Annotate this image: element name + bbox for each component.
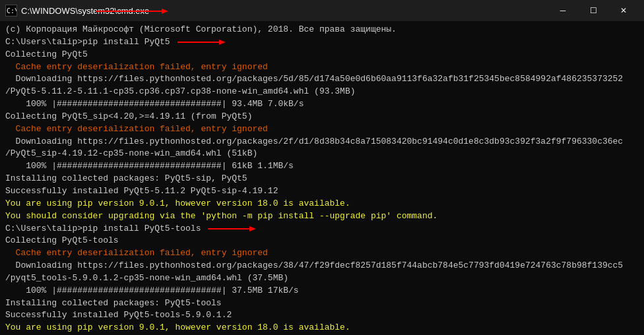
- terminal-line: Downloading https://files.pythonhosted.o…: [5, 136, 639, 148]
- terminal-line: Cache entry deserialization failed, entr…: [5, 247, 639, 260]
- terminal-line: Cache entry deserialization failed, entr…: [5, 61, 639, 74]
- terminal-line: Collecting PyQt5: [5, 49, 639, 61]
- terminal-line: Successfully installed PyQt5-tools-5.9.0…: [5, 309, 639, 322]
- terminal-line: 100% |################################| …: [5, 285, 639, 297]
- command-arrow: [174, 38, 227, 47]
- line-text: Collecting PyQt5-tools: [5, 235, 119, 247]
- terminal-body[interactable]: (c) Корпорация Майкрософт (Microsoft Cor…: [0, 21, 644, 335]
- terminal-line: Downloading https://files.pythonhosted.o…: [5, 260, 639, 272]
- command-arrow: [205, 224, 257, 233]
- line-text: Cache entry deserialization failed, entr…: [5, 61, 268, 74]
- title-bar: C:\ C:\WINDOWS\system32\cmd.exe ─ ☐ ✕: [0, 0, 644, 21]
- terminal-line: Collecting PyQt5-tools: [5, 235, 639, 247]
- line-text: Cache entry deserialization failed, entr…: [5, 247, 268, 260]
- line-text: Successfully installed PyQt5-5.11.2 PyQt…: [5, 185, 278, 198]
- line-text: /PyQt5-5.11.2-5.11.1-cp35.cp36.cp37.cp38…: [5, 86, 356, 98]
- terminal-line: C:\Users\talip>pip install PyQt5: [5, 36, 639, 49]
- cmd-icon: C:\: [5, 5, 17, 16]
- window-controls: ─ ☐ ✕: [548, 0, 639, 21]
- terminal-line: /PyQt5_sip-4.19.12-cp35-none-win_amd64.w…: [5, 148, 639, 160]
- terminal-line: You are using pip version 9.0.1, however…: [5, 198, 639, 210]
- line-text: C:\Users\talip>pip install PyQt5: [5, 36, 170, 49]
- line-text: 100% |################################| …: [5, 285, 299, 297]
- terminal-line: Successfully installed PyQt5-5.11.2 PyQt…: [5, 185, 639, 198]
- line-text: Collecting PyQt5_sip<4.20,>=4.19.11 (fro…: [5, 111, 252, 123]
- cmd-window: C:\ C:\WINDOWS\system32\cmd.exe ─ ☐ ✕ (c…: [0, 0, 644, 335]
- terminal-line: 100% |################################| …: [5, 98, 639, 111]
- terminal-line: C:\Users\talip>pip install PyQt5-tools: [5, 223, 639, 235]
- terminal-line: You are using pip version 9.0.1, however…: [5, 322, 639, 334]
- terminal-line: Cache entry deserialization failed, entr…: [5, 123, 639, 136]
- terminal-line: 100% |################################| …: [5, 160, 639, 173]
- line-text: Downloading https://files.pythonhosted.o…: [5, 73, 623, 86]
- terminal-line: /pyqt5_tools-5.9.0.1.2-cp35-none-win_amd…: [5, 272, 639, 285]
- line-text: /PyQt5_sip-4.19.12-cp35-none-win_amd64.w…: [5, 148, 257, 160]
- line-text: Downloading https://files.pythonhosted.o…: [5, 260, 623, 272]
- maximize-button[interactable]: ☐: [578, 0, 608, 21]
- line-text: Collecting PyQt5: [5, 49, 88, 61]
- terminal-line: Installing collected packages: PyQt5-too…: [5, 297, 639, 310]
- line-text: Cache entry deserialization failed, entr…: [5, 123, 268, 136]
- line-text: You are using pip version 9.0.1, however…: [5, 198, 350, 210]
- line-text: You are using pip version 9.0.1, however…: [5, 322, 350, 334]
- line-text: (c) Корпорация Майкрософт (Microsoft Cor…: [5, 24, 397, 36]
- svg-marker-3: [162, 9, 168, 14]
- svg-marker-5: [219, 40, 226, 45]
- title-arrow: [92, 5, 172, 17]
- terminal-line: Collecting PyQt5_sip<4.20,>=4.19.11 (fro…: [5, 111, 639, 123]
- line-text: Successfully installed PyQt5-tools-5.9.0…: [5, 309, 232, 322]
- terminal-line: (c) Корпорация Майкрософт (Microsoft Cor…: [5, 24, 639, 36]
- line-text: C:\Users\talip>pip install PyQt5-tools: [5, 223, 201, 235]
- line-text: Installing collected packages: PyQt5-too…: [5, 297, 222, 310]
- close-button[interactable]: ✕: [608, 0, 639, 21]
- line-text: You should consider upgrading via the 'p…: [5, 210, 437, 223]
- terminal-line: /PyQt5-5.11.2-5.11.1-cp35.cp36.cp37.cp38…: [5, 86, 639, 98]
- terminal-line: Downloading https://files.pythonhosted.o…: [5, 73, 639, 86]
- line-text: 100% |################################| …: [5, 98, 304, 111]
- svg-marker-7: [249, 226, 256, 231]
- svg-text:C:\: C:\: [7, 7, 16, 15]
- terminal-line: Installing collected packages: PyQt5-sip…: [5, 173, 639, 185]
- line-text: 100% |################################| …: [5, 160, 294, 173]
- line-text: /pyqt5_tools-5.9.0.1.2-cp35-none-win_amd…: [5, 272, 288, 285]
- terminal-output: (c) Корпорация Майкрософт (Microsoft Cor…: [5, 24, 639, 335]
- terminal-line: You should consider upgrading via the 'p…: [5, 210, 639, 223]
- minimize-button[interactable]: ─: [548, 0, 578, 21]
- line-text: Installing collected packages: PyQt5-sip…: [5, 173, 247, 185]
- line-text: Downloading https://files.pythonhosted.o…: [5, 136, 623, 148]
